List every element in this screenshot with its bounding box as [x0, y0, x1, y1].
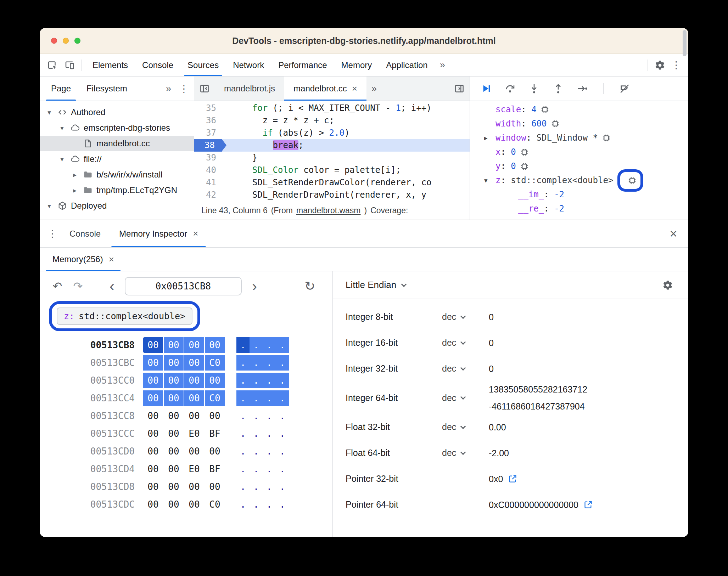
memory-byte[interactable]: 00 — [205, 479, 225, 495]
memory-byte[interactable]: 00 — [205, 373, 225, 388]
memory-byte[interactable]: C0 — [205, 390, 225, 406]
memory-byte[interactable]: 00 — [184, 355, 204, 371]
more-tabs-icon[interactable]: » — [366, 83, 382, 94]
ascii-cell[interactable]: . — [276, 479, 289, 495]
format-select[interactable]: dec — [442, 338, 489, 348]
next-page-icon[interactable]: › — [247, 279, 262, 294]
ascii-cell[interactable]: . — [250, 461, 263, 477]
ascii-cell[interactable]: . — [236, 337, 250, 353]
memory-byte[interactable]: BF — [205, 461, 225, 477]
memory-byte[interactable]: 00 — [184, 479, 204, 495]
ascii-cell[interactable]: . — [276, 337, 289, 353]
memory-byte[interactable]: 00 — [184, 337, 204, 353]
address-input[interactable] — [125, 277, 242, 295]
scope-var-window[interactable]: ▸window: SDL_Window * — [470, 131, 688, 145]
twisty-icon[interactable]: ▸ — [70, 171, 79, 179]
memory-byte[interactable]: 00 — [184, 390, 204, 406]
close-icon[interactable]: × — [109, 254, 114, 265]
ascii-cell[interactable]: . — [276, 408, 289, 424]
scope-var-width[interactable]: width: 600 — [470, 117, 688, 131]
tab-elements[interactable]: Elements — [85, 54, 135, 76]
ascii-cell[interactable]: . — [263, 373, 276, 388]
previous-page-icon[interactable]: ‹ — [104, 279, 120, 294]
ascii-cell[interactable]: . — [250, 390, 263, 406]
memory-byte[interactable]: 00 — [205, 408, 225, 424]
reveal-in-memory-inspector-icon[interactable] — [601, 133, 611, 143]
format-select[interactable]: dec — [442, 312, 489, 322]
ascii-cell[interactable]: . — [250, 337, 263, 353]
close-icon[interactable]: × — [352, 83, 357, 94]
ascii-cell[interactable]: . — [250, 426, 263, 441]
reveal-in-memory-inspector-icon[interactable] — [540, 105, 550, 114]
reveal-in-memory-inspector-icon[interactable] — [520, 162, 529, 171]
ascii-cell[interactable]: . — [263, 426, 276, 441]
device-toolbar-icon[interactable] — [61, 57, 78, 74]
reveal-in-memory-inspector-icon[interactable] — [520, 147, 529, 157]
tree-item-b-s-w-ir-x-w-install[interactable]: ▸b/s/w/ir/x/w/install — [40, 167, 194, 182]
undo-icon[interactable]: ↶ — [50, 279, 65, 293]
memory-highlight-chip[interactable]: z: std::complex<double> — [57, 307, 192, 325]
resume-icon[interactable] — [479, 82, 493, 95]
ascii-cell[interactable]: . — [250, 444, 263, 459]
line-number[interactable]: 39 — [194, 152, 222, 164]
line-number[interactable]: 42 — [194, 189, 222, 201]
line-number[interactable]: 36 — [194, 114, 222, 127]
memory-byte[interactable]: C0 — [205, 355, 225, 371]
memory-byte[interactable]: 00 — [164, 497, 184, 512]
kebab-menu-icon[interactable]: ⋮ — [668, 59, 684, 71]
twisty-icon[interactable]: ▾ — [484, 176, 495, 185]
tab-memory-256[interactable]: Memory(256) × — [45, 248, 122, 271]
ascii-cell[interactable]: . — [236, 355, 250, 371]
scope-var-im[interactable]: __im_: -2 — [470, 187, 688, 202]
ascii-cell[interactable]: . — [276, 426, 289, 441]
memory-byte[interactable]: 00 — [143, 497, 163, 512]
tab-filesystem[interactable]: Filesystem — [79, 77, 135, 101]
tab-mandelbrot-js[interactable]: mandelbrot.js — [215, 77, 284, 101]
scope-var-y[interactable]: y: 0 — [470, 159, 688, 173]
ascii-cell[interactable]: . — [236, 408, 250, 424]
inspect-icon[interactable] — [44, 57, 61, 74]
scope-var-scale[interactable]: scale: 4 — [470, 102, 688, 117]
twisty-icon[interactable]: ▾ — [57, 155, 67, 163]
line-number[interactable]: 35 — [194, 102, 222, 114]
kebab-menu-icon[interactable]: ⋮ — [176, 83, 192, 95]
memory-byte[interactable]: C0 — [205, 497, 225, 512]
more-tabs-icon[interactable]: » — [161, 83, 176, 94]
more-tabs-icon[interactable]: » — [435, 60, 450, 70]
memory-byte[interactable]: 00 — [164, 390, 184, 406]
memory-byte[interactable]: 00 — [205, 444, 225, 459]
ascii-cell[interactable]: . — [263, 444, 276, 459]
tab-page[interactable]: Page — [43, 77, 79, 101]
tab-network[interactable]: Network — [226, 54, 271, 76]
memory-byte[interactable]: 00 — [164, 355, 184, 371]
memory-byte[interactable]: 00 — [143, 479, 163, 495]
gear-icon[interactable] — [660, 280, 676, 290]
maximize-window-button[interactable] — [74, 38, 80, 44]
scope-var-z[interactable]: ▾z: std::complex<double> — [470, 173, 688, 187]
refresh-icon[interactable]: ↻ — [302, 279, 318, 294]
step-out-icon[interactable] — [551, 82, 565, 95]
deactivate-breakpoints-icon[interactable] — [618, 82, 631, 95]
tab-console[interactable]: Console — [135, 54, 180, 76]
ascii-cell[interactable]: . — [236, 497, 250, 512]
step-over-icon[interactable] — [503, 82, 517, 95]
ascii-cell[interactable]: . — [276, 461, 289, 477]
memory-byte[interactable]: 00 — [184, 408, 204, 424]
memory-byte[interactable]: 00 — [164, 461, 184, 477]
format-select[interactable]: dec — [442, 363, 489, 374]
memory-byte[interactable]: 00 — [164, 337, 184, 353]
ascii-cell[interactable]: . — [236, 444, 250, 459]
memory-byte[interactable]: 00 — [143, 373, 163, 388]
ascii-cell[interactable]: . — [236, 461, 250, 477]
tree-item-authored[interactable]: ▾Authored — [40, 105, 194, 120]
ascii-cell[interactable]: . — [263, 337, 276, 353]
hide-navigator-icon[interactable] — [194, 77, 215, 101]
ascii-cell[interactable]: . — [263, 497, 276, 512]
tree-item-emscripten-dbg-stories[interactable]: ▾emscripten-dbg-stories — [40, 120, 194, 136]
memory-byte[interactable]: 00 — [164, 408, 184, 424]
reveal-in-memory-inspector-icon[interactable] — [550, 119, 560, 129]
jump-to-address-icon[interactable] — [583, 500, 593, 509]
ascii-cell[interactable]: . — [263, 355, 276, 371]
jump-to-address-icon[interactable] — [508, 474, 517, 484]
tree-item-mandelbrot-cc[interactable]: mandelbrot.cc — [40, 136, 194, 151]
